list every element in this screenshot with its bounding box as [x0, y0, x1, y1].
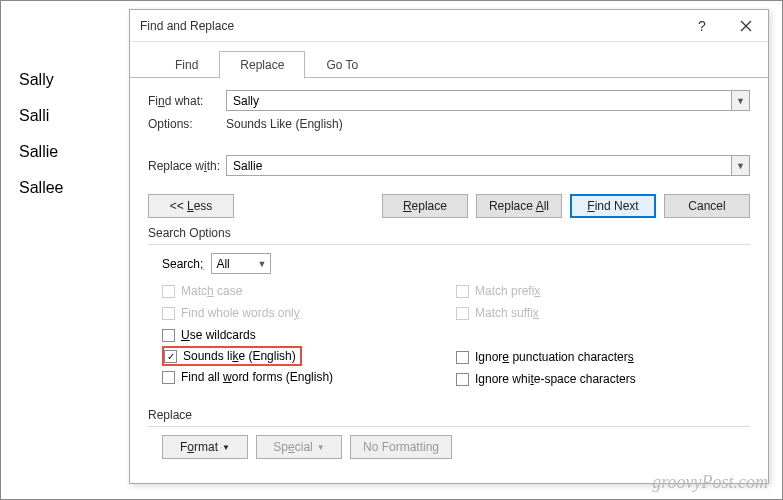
search-direction-label: Search; [162, 257, 203, 271]
tab-goto-label: Go To [326, 58, 358, 72]
checkbox-icon [162, 285, 175, 298]
tabs: Find Replace Go To [130, 50, 768, 78]
sounds-like-option[interactable]: ✓ Sounds like (English) [164, 349, 296, 363]
ignore-punctuation-option[interactable]: Ignore punctuation characters [456, 346, 750, 368]
selected-text: Sallee [19, 179, 63, 196]
chevron-down-icon: ▼ [257, 259, 266, 269]
replace-with-label: Replace with: [148, 159, 226, 173]
close-icon [740, 20, 752, 32]
replace-all-button[interactable]: Replace All [476, 194, 562, 218]
replace-with-input[interactable] [227, 156, 731, 175]
replace-with-field[interactable]: ▼ [226, 155, 750, 176]
find-what-input[interactable] [227, 91, 731, 110]
checkbox-icon[interactable] [456, 373, 469, 386]
help-button[interactable]: ? [680, 10, 724, 42]
search-direction-select[interactable]: All ▼ [211, 253, 271, 274]
word-forms-option[interactable]: Find all word forms (English) [162, 366, 456, 388]
sounds-like-highlight: ✓ Sounds like (English) [162, 346, 302, 366]
replace-section-label: Replace [148, 408, 750, 422]
titlebar: Find and Replace ? [130, 10, 768, 42]
match-case-option: Match case [162, 280, 456, 302]
checkbox-icon[interactable]: ✓ [164, 350, 177, 363]
match-suffix-option: Match suffix [456, 302, 750, 324]
doc-line: Salli [19, 107, 63, 125]
tab-find[interactable]: Find [154, 51, 219, 79]
doc-line: Sally [19, 71, 63, 89]
ignore-whitespace-option[interactable]: Ignore white-space characters [456, 368, 750, 390]
wildcards-option[interactable]: Use wildcards [162, 324, 456, 346]
close-button[interactable] [724, 10, 768, 42]
no-formatting-button: No Formatting [350, 435, 452, 459]
find-next-button[interactable]: Find Next [570, 194, 656, 218]
doc-line: Sallie [19, 143, 63, 161]
less-button[interactable]: << Less [148, 194, 234, 218]
search-direction-value: All [216, 257, 229, 271]
checkbox-icon [456, 285, 469, 298]
find-replace-dialog: Find and Replace ? Find Replace Go To Fi… [129, 9, 769, 484]
chevron-down-icon[interactable]: ▼ [731, 91, 749, 110]
options-value: Sounds Like (English) [226, 117, 343, 131]
checkbox-icon[interactable] [162, 329, 175, 342]
tab-find-label: Find [175, 58, 198, 72]
format-button[interactable]: Format▼ [162, 435, 248, 459]
watermark: groovyPost.com [652, 472, 768, 493]
checkbox-icon[interactable] [456, 351, 469, 364]
document-content: Sally Salli Sallie Sallee [19, 71, 63, 215]
checkbox-icon [456, 307, 469, 320]
tab-replace[interactable]: Replace [219, 51, 305, 79]
options-label: Options: [148, 117, 226, 131]
special-button[interactable]: Special▼ [256, 435, 342, 459]
checkbox-icon[interactable] [162, 371, 175, 384]
chevron-down-icon: ▼ [222, 443, 230, 452]
checkbox-icon [162, 307, 175, 320]
doc-line: Sallee [19, 179, 63, 197]
tab-replace-label: Replace [240, 58, 284, 72]
dialog-title: Find and Replace [140, 19, 234, 33]
chevron-down-icon: ▼ [317, 443, 325, 452]
tab-goto[interactable]: Go To [305, 51, 379, 79]
match-prefix-option: Match prefix [456, 280, 750, 302]
whole-words-option: Find whole words only [162, 302, 456, 324]
replace-button[interactable]: Replace [382, 194, 468, 218]
find-what-field[interactable]: ▼ [226, 90, 750, 111]
chevron-down-icon[interactable]: ▼ [731, 156, 749, 175]
search-options-label: Search Options [148, 226, 750, 240]
cancel-button[interactable]: Cancel [664, 194, 750, 218]
find-what-label: Find what: [148, 94, 226, 108]
